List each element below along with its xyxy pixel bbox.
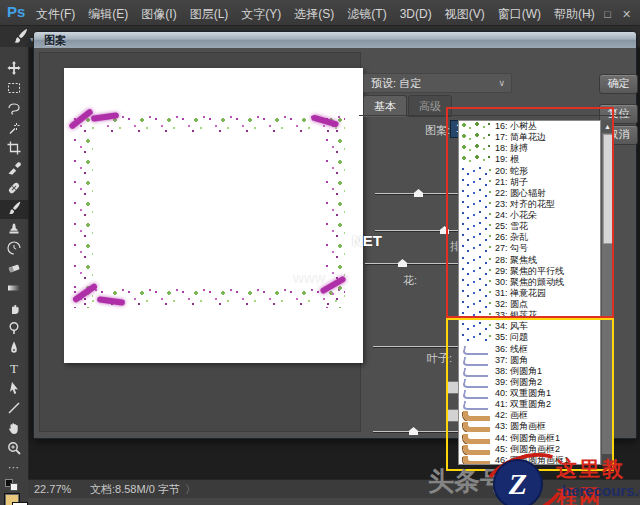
clone-stamp-icon <box>6 220 22 240</box>
magic-wand-icon <box>6 120 22 140</box>
pen-tool[interactable] <box>0 340 28 359</box>
tool-palette: T⋯ <box>0 47 29 505</box>
menu-items: 文件(F)编辑(E)图像(I)图层(L)文字(Y)选择(S)滤镜(T)3D(D)… <box>36 0 608 25</box>
hand-tool[interactable] <box>0 420 28 439</box>
menu-item-3[interactable]: 图层(L) <box>190 2 229 27</box>
preset-value: 自定 <box>399 77 421 89</box>
hand-icon <box>6 420 22 440</box>
eyedropper-tool[interactable] <box>0 160 28 179</box>
history-brush-icon <box>6 240 22 260</box>
magic-wand-tool[interactable] <box>0 120 28 139</box>
preset-dropdown[interactable]: 预设: 自定 ∨ <box>363 73 512 93</box>
swap-colors-icon[interactable] <box>10 483 18 491</box>
toolbar-overflow-button[interactable]: ⋯ <box>0 461 28 474</box>
menu-item-8[interactable]: 视图(V) <box>445 2 485 27</box>
lasso-icon <box>6 100 22 120</box>
path-select-tool[interactable] <box>0 380 28 399</box>
eraser-icon <box>6 260 22 280</box>
slider-thumb[interactable] <box>414 189 423 197</box>
minimize-button[interactable]: – <box>579 2 598 27</box>
marquee-tool[interactable] <box>0 80 28 99</box>
gradient-icon <box>6 280 22 300</box>
screenshot-watermark-fragment: NET <box>352 232 382 249</box>
slider-thumb[interactable] <box>398 259 407 267</box>
slider-thumb[interactable] <box>409 427 418 435</box>
marquee-icon <box>6 80 22 100</box>
crop-icon <box>6 140 22 160</box>
ok-button[interactable]: 确定 <box>599 74 638 94</box>
path-select-icon <box>6 380 22 400</box>
history-brush-tool[interactable] <box>0 240 28 259</box>
smudge-tool[interactable] <box>0 300 28 319</box>
clone-stamp-tool[interactable] <box>0 220 28 239</box>
brush-tool[interactable] <box>0 200 28 219</box>
current-tool-brush-icon[interactable] <box>11 27 29 49</box>
document-size-info: 文档:8.58M/0 字节 <box>90 480 180 499</box>
svg-text:T: T <box>10 360 18 375</box>
dodge-icon <box>6 320 22 340</box>
menu-item-1[interactable]: 编辑(E) <box>88 2 128 27</box>
eraser-tool[interactable] <box>0 260 28 279</box>
pen-icon <box>6 340 22 360</box>
menu-item-4[interactable]: 文字(Y) <box>241 2 281 27</box>
eyedropper-icon <box>6 160 22 180</box>
zoom-tool[interactable] <box>0 440 28 459</box>
close-button[interactable]: ✕ <box>617 2 636 27</box>
lasso-tool[interactable] <box>0 100 28 119</box>
window-controls: –□✕ <box>579 0 636 25</box>
type-icon: T <box>6 360 22 380</box>
annotation-red-box <box>446 107 614 318</box>
photoshop-window: Ps 文件(F)编辑(E)图像(I)图层(L)文字(Y)选择(S)滤镜(T)3D… <box>0 0 640 505</box>
healing-brush-tool[interactable] <box>0 180 28 199</box>
photoshop-logo-icon: Ps <box>7 3 25 20</box>
line-icon <box>6 400 22 420</box>
gradient-tool[interactable] <box>0 280 28 299</box>
status-bar-footer <box>28 498 640 505</box>
status-bar: 22.77% 文档:8.58M/0 字节 〉 <box>28 479 640 499</box>
maximize-button[interactable]: □ <box>598 2 617 27</box>
move-tool[interactable] <box>0 60 28 79</box>
menu-item-9[interactable]: 窗口(W) <box>498 2 541 27</box>
move-icon <box>6 60 22 80</box>
chevron-down-icon: ∨ <box>498 74 505 92</box>
menu-item-2[interactable]: 图像(I) <box>141 2 176 27</box>
tab-basic[interactable]: 基本 <box>363 95 407 117</box>
zoom-level-field[interactable]: 22.77% <box>34 480 71 499</box>
menu-item-7[interactable]: 3D(D) <box>400 2 432 27</box>
line-tool[interactable] <box>0 400 28 419</box>
status-expand-arrow[interactable]: 〉 <box>185 480 196 499</box>
canvas-watermark-fragment: www <box>293 270 326 286</box>
preset-label: 预设: <box>371 77 396 89</box>
preview-pane: www <box>39 52 361 432</box>
menu-bar: Ps 文件(F)编辑(E)图像(I)图层(L)文字(Y)选择(S)滤镜(T)3D… <box>0 0 640 26</box>
annotation-yellow-box <box>446 318 614 471</box>
menu-item-5[interactable]: 选择(S) <box>294 2 334 27</box>
smudge-icon <box>6 300 22 320</box>
dodge-tool[interactable] <box>0 320 28 339</box>
crop-tool[interactable] <box>0 140 28 159</box>
zoom-icon <box>6 440 22 460</box>
document-canvas: www <box>64 68 363 363</box>
frame-edge-left <box>71 114 93 308</box>
flower-label: 花: <box>403 273 417 288</box>
menu-item-6[interactable]: 滤镜(T) <box>347 2 386 27</box>
dialog-title: 图案 <box>44 34 66 46</box>
menu-item-0[interactable]: 文件(F) <box>36 2 75 27</box>
healing-brush-icon <box>6 180 22 200</box>
brush-icon <box>6 200 22 220</box>
type-tool[interactable]: T <box>0 360 28 379</box>
dialog-title-bar[interactable]: 图案 <box>34 32 636 48</box>
